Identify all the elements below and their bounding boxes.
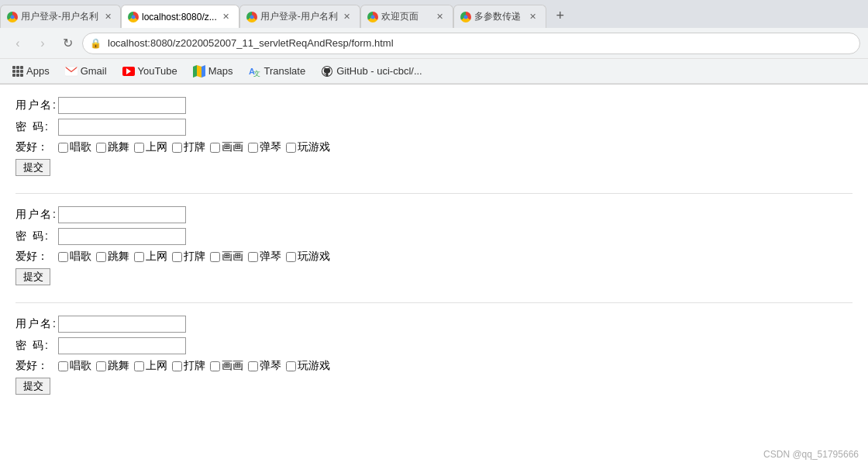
tab-close-1[interactable]: ✕	[102, 11, 114, 23]
tab-2[interactable]: localhost:8080/z... ✕	[121, 5, 239, 28]
hobby-item-1-2[interactable]: 跳舞	[96, 140, 129, 154]
username-input-3[interactable]	[58, 316, 186, 333]
hobby-item-1-1[interactable]: 唱歌	[58, 140, 91, 154]
bookmark-github[interactable]: GitHub - uci-cbcl/...	[315, 63, 429, 80]
hobby-item-3-4[interactable]: 打牌	[172, 359, 205, 373]
hobby-check-2-6[interactable]	[248, 252, 258, 262]
password-label-3: 密 码:	[16, 339, 58, 353]
hobby-row-3: 爱好： 唱歌 跳舞 上网 打牌 画画 弹琴 玩游戏	[16, 359, 852, 373]
tab-close-4[interactable]: ✕	[434, 11, 446, 23]
reload-icon: ↻	[63, 36, 73, 50]
username-input-2[interactable]	[58, 206, 186, 223]
hobby-check-1-4[interactable]	[172, 143, 182, 153]
hobby-label-1: 爱好：	[16, 140, 58, 154]
checkbox-group-1: 唱歌 跳舞 上网 打牌 画画 弹琴 玩游戏	[58, 140, 330, 154]
hobby-item-3-7[interactable]: 玩游戏	[286, 359, 330, 373]
hobby-check-1-7[interactable]	[286, 143, 296, 153]
hobby-check-3-7[interactable]	[286, 361, 296, 371]
form-section-1: 用户名: 密 码: 爱好： 唱歌 跳舞 上网 打牌 画画 弹琴 玩游戏 提交	[16, 97, 852, 194]
tab-3[interactable]: 用户登录-用户名利 ✕	[239, 5, 360, 28]
username-row-1: 用户名:	[16, 97, 852, 114]
hobby-item-3-3[interactable]: 上网	[134, 359, 167, 373]
tab-5[interactable]: 多参数传递 ✕	[453, 5, 546, 28]
hobby-item-2-5[interactable]: 画画	[210, 250, 243, 264]
hobby-item-1-3[interactable]: 上网	[134, 140, 167, 154]
password-input-1[interactable]	[58, 119, 186, 136]
bookmark-translate[interactable]: A 文 Translate	[242, 63, 312, 80]
hobby-item-3-1[interactable]: 唱歌	[58, 359, 91, 373]
tab-1[interactable]: 用户登录-用户名利 ✕	[0, 5, 121, 28]
hobby-item-2-2[interactable]: 跳舞	[96, 250, 129, 264]
hobby-item-1-4[interactable]: 打牌	[172, 140, 205, 154]
page-content: 用户名: 密 码: 爱好： 唱歌 跳舞 上网 打牌 画画 弹琴 玩游戏 提交 用…	[0, 85, 868, 466]
hobby-item-1-7[interactable]: 玩游戏	[286, 140, 330, 154]
hobby-check-2-3[interactable]	[134, 252, 144, 262]
submit-button-3[interactable]: 提交	[16, 378, 50, 395]
hobby-check-3-4[interactable]	[172, 361, 182, 371]
hobby-check-3-3[interactable]	[134, 361, 144, 371]
tab-close-3[interactable]: ✕	[341, 11, 353, 23]
hobby-item-3-6[interactable]: 弹琴	[248, 359, 281, 373]
back-button[interactable]: ‹	[8, 33, 28, 54]
hobby-check-3-2[interactable]	[96, 361, 106, 371]
submit-row-3: 提交	[16, 378, 852, 395]
tab-close-5[interactable]: ✕	[527, 11, 539, 23]
bookmark-gmail[interactable]: Gmail	[59, 63, 113, 80]
bookmark-youtube[interactable]: YouTube	[116, 63, 184, 79]
new-tab-button[interactable]: +	[549, 5, 571, 26]
hobby-label-2: 爱好：	[16, 250, 58, 264]
username-input-1[interactable]	[58, 97, 186, 114]
tab-4[interactable]: 欢迎页面 ✕	[360, 5, 453, 28]
hobby-item-3-5[interactable]: 画画	[210, 359, 243, 373]
reload-button[interactable]: ↻	[57, 33, 78, 54]
address-input[interactable]	[82, 33, 860, 54]
hobby-check-3-6[interactable]	[248, 361, 258, 371]
hobby-item-1-5[interactable]: 画画	[210, 140, 243, 154]
hobby-check-2-7[interactable]	[286, 252, 296, 262]
password-input-3[interactable]	[58, 337, 186, 354]
hobby-item-2-1[interactable]: 唱歌	[58, 250, 91, 264]
submit-button-1[interactable]: 提交	[16, 159, 50, 176]
tab-bar: 用户登录-用户名利 ✕ localhost:8080/z... ✕ 用户登录-用…	[0, 0, 868, 28]
submit-button-2[interactable]: 提交	[16, 268, 50, 285]
hobby-check-1-5[interactable]	[210, 143, 220, 153]
password-row-2: 密 码:	[16, 228, 852, 245]
hobby-check-2-5[interactable]	[210, 252, 220, 262]
forward-button[interactable]: ›	[33, 33, 53, 54]
maps-icon	[193, 65, 205, 78]
forward-icon: ›	[40, 36, 44, 50]
hobby-check-1-3[interactable]	[134, 143, 144, 153]
back-icon: ‹	[16, 36, 19, 50]
checkbox-group-2: 唱歌 跳舞 上网 打牌 画画 弹琴 玩游戏	[58, 250, 330, 264]
hobby-check-2-4[interactable]	[172, 252, 182, 262]
browser-chrome: 用户登录-用户名利 ✕ localhost:8080/z... ✕ 用户登录-用…	[0, 0, 868, 85]
hobby-item-2-6[interactable]: 弹琴	[248, 250, 281, 264]
hobby-check-1-6[interactable]	[248, 143, 258, 153]
hobby-check-1-1[interactable]	[58, 143, 68, 153]
hobby-check-3-5[interactable]	[210, 361, 220, 371]
password-label-1: 密 码:	[16, 120, 58, 134]
hobby-item-2-4[interactable]: 打牌	[172, 250, 205, 264]
hobby-item-3-2[interactable]: 跳舞	[96, 359, 129, 373]
hobby-item-2-3[interactable]: 上网	[134, 250, 167, 264]
checkbox-group-3: 唱歌 跳舞 上网 打牌 画画 弹琴 玩游戏	[58, 359, 330, 373]
address-bar-wrap: 🔒	[82, 33, 860, 54]
hobby-item-2-7[interactable]: 玩游戏	[286, 250, 330, 264]
hobby-check-2-2[interactable]	[96, 252, 106, 262]
bookmark-maps[interactable]: Maps	[187, 63, 239, 80]
tab-close-2[interactable]: ✕	[220, 11, 232, 23]
svg-text:文: 文	[253, 70, 260, 78]
password-row-1: 密 码:	[16, 119, 852, 136]
tab-title-3: 用户登录-用户名利	[260, 10, 338, 23]
username-label-1: 用户名:	[16, 98, 58, 112]
password-input-2[interactable]	[58, 228, 186, 245]
apps-icon	[12, 66, 23, 77]
hobby-check-1-2[interactable]	[96, 143, 106, 153]
hobby-check-2-1[interactable]	[58, 252, 68, 262]
watermark: CSDN @qq_51795666	[763, 449, 859, 460]
hobby-check-3-1[interactable]	[58, 361, 68, 371]
username-label-2: 用户名:	[16, 208, 58, 222]
bookmark-apps[interactable]: Apps	[6, 63, 56, 79]
hobby-item-1-6[interactable]: 弹琴	[248, 140, 281, 154]
tab-title-1: 用户登录-用户名利	[21, 10, 98, 23]
